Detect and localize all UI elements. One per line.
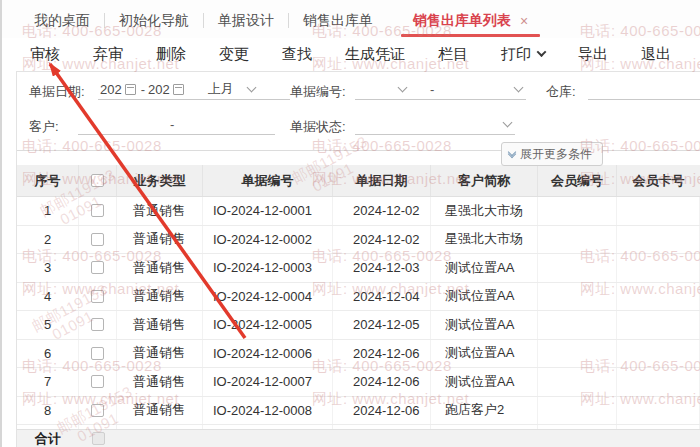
toolbar: 审核 弃审 删除 变更 查找 生成凭证 栏目 打印 导出 退出: [2, 38, 700, 71]
row-date: 2024-12-06: [333, 397, 431, 425]
checkbox-icon[interactable]: [91, 404, 104, 417]
row-customer: 跑店客户2: [431, 397, 538, 425]
row-date: 2024-12-04: [333, 283, 431, 311]
change-button[interactable]: 变更: [219, 45, 249, 64]
table-header: 序号 业务类型 单据编号 单据日期 客户简称 会员编号 会员卡号: [17, 165, 700, 197]
table-body: 1普通销售IO-2024-12-00012024-12-02星强北大市场2普通销…: [17, 197, 700, 447]
date-label: 单据日期:: [29, 83, 85, 101]
header-date: 单据日期: [333, 165, 431, 196]
header-member-no: 会员编号: [538, 165, 617, 196]
checkbox-icon[interactable]: [91, 174, 104, 187]
close-icon[interactable]: ×: [520, 13, 528, 29]
row-checkbox[interactable]: [79, 226, 117, 254]
row-type: 普通销售: [117, 283, 203, 311]
doc-no-separator: -: [430, 82, 434, 97]
calendar-icon[interactable]: [173, 84, 184, 95]
double-chevron-down-icon: [509, 149, 515, 157]
chevron-down-icon: [537, 47, 547, 57]
table-row[interactable]: 7普通销售IO-2024-12-00072024-12-06测试位置AA: [17, 368, 700, 397]
table-row[interactable]: 3普通销售IO-2024-12-00032024-12-03测试位置AA: [17, 254, 700, 283]
tab-label: 我的桌面: [34, 12, 90, 30]
tab-sales-outbound[interactable]: 销售出库单: [289, 4, 387, 38]
tab-init-nav[interactable]: 初始化导航: [105, 4, 203, 38]
row-seq: 6: [17, 340, 79, 368]
exit-button[interactable]: 退出: [641, 45, 671, 64]
row-member-no: [538, 311, 617, 339]
expand-more-label: 展开更多条件: [520, 146, 592, 163]
row-checkbox[interactable]: [79, 254, 117, 282]
row-date: 2024-12-06: [333, 340, 431, 368]
doc-no-range-select[interactable]: -: [355, 79, 526, 100]
checkbox-icon[interactable]: [91, 233, 104, 246]
row-date: 2024-12-03: [333, 254, 431, 282]
date-range-input[interactable]: 202 - 202 上月: [98, 79, 290, 100]
row-seq: 4: [17, 283, 79, 311]
checkbox-icon: [92, 432, 105, 445]
warehouse-input[interactable]: [588, 79, 700, 100]
row-seq: 2: [17, 226, 79, 254]
checkbox-icon[interactable]: [91, 261, 104, 274]
row-card-no: [617, 197, 700, 225]
status-select[interactable]: [355, 114, 515, 135]
row-doc-no: IO-2024-12-0001: [203, 197, 333, 225]
table-row[interactable]: 5普通销售IO-2024-12-00052024-12-05测试位置AA: [17, 311, 700, 340]
row-customer: 测试位置AA: [431, 368, 538, 396]
delete-button[interactable]: 删除: [156, 45, 186, 64]
row-type: 普通销售: [117, 340, 203, 368]
calendar-icon[interactable]: [125, 84, 136, 95]
row-member-no: [538, 340, 617, 368]
table-row[interactable]: 1普通销售IO-2024-12-00012024-12-02星强北大市场: [17, 197, 700, 226]
row-checkbox[interactable]: [79, 340, 117, 368]
table-row[interactable]: 2普通销售IO-2024-12-00022024-12-02星强北大市场: [17, 226, 700, 255]
checkbox-icon[interactable]: [91, 375, 104, 388]
row-member-no: [538, 226, 617, 254]
checkbox-icon[interactable]: [91, 347, 104, 360]
row-customer: 测试位置AA: [431, 254, 538, 282]
table-row[interactable]: 4普通销售IO-2024-12-00042024-12-04测试位置AA: [17, 283, 700, 312]
total-label: 合计: [17, 430, 79, 447]
row-card-no: [617, 283, 700, 311]
row-type: 普通销售: [117, 226, 203, 254]
row-seq: 5: [17, 311, 79, 339]
period-select-value[interactable]: 上月: [208, 80, 234, 98]
chevron-down-icon[interactable]: [398, 82, 408, 92]
customer-range-input[interactable]: -: [78, 114, 275, 135]
row-checkbox[interactable]: [79, 197, 117, 225]
checkbox-icon[interactable]: [91, 290, 104, 303]
checkbox-icon[interactable]: [91, 204, 104, 217]
table-row[interactable]: 6普通销售IO-2024-12-00062024-12-06测试位置AA: [17, 340, 700, 369]
row-checkbox[interactable]: [79, 368, 117, 396]
chevron-down-icon[interactable]: [503, 117, 513, 127]
row-doc-no: IO-2024-12-0002: [203, 226, 333, 254]
date-separator: -: [141, 82, 145, 97]
content-panel: 单据日期: 202 - 202 上月 单据编号: - 仓库: 客户: -: [16, 71, 700, 447]
print-button[interactable]: 打印: [501, 45, 545, 64]
row-checkbox[interactable]: [79, 283, 117, 311]
tab-my-desktop[interactable]: 我的桌面: [20, 4, 104, 38]
header-select-all[interactable]: [79, 165, 117, 196]
row-doc-no: IO-2024-12-0008: [203, 397, 333, 425]
audit-button[interactable]: 审核: [30, 45, 60, 64]
row-seq: 1: [17, 197, 79, 225]
tab-doc-design[interactable]: 单据设计: [204, 4, 288, 38]
row-checkbox[interactable]: [79, 311, 117, 339]
unaudit-button[interactable]: 弃审: [93, 45, 123, 64]
row-type: 普通销售: [117, 397, 203, 425]
expand-more-button[interactable]: 展开更多条件: [501, 142, 603, 166]
warehouse-label: 仓库:: [546, 83, 576, 101]
find-button[interactable]: 查找: [282, 45, 312, 64]
table-row[interactable]: 8普通销售IO-2024-12-00082024-12-06跑店客户2: [17, 397, 700, 426]
row-checkbox[interactable]: [79, 397, 117, 425]
chevron-down-icon[interactable]: [514, 82, 524, 92]
columns-button[interactable]: 栏目: [438, 45, 468, 64]
chevron-down-icon[interactable]: [246, 82, 256, 92]
checkbox-icon[interactable]: [91, 318, 104, 331]
tab-sales-outbound-list[interactable]: 销售出库单列表 ×: [399, 4, 542, 38]
export-button[interactable]: 导出: [578, 45, 608, 64]
row-card-no: [617, 397, 700, 425]
generate-voucher-button[interactable]: 生成凭证: [345, 45, 405, 64]
customer-separator: -: [170, 117, 174, 132]
row-card-no: [617, 311, 700, 339]
row-date: 2024-12-05: [333, 311, 431, 339]
header-doc-no: 单据编号: [203, 165, 333, 196]
